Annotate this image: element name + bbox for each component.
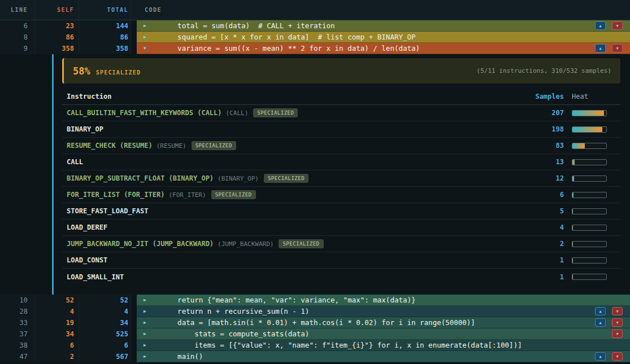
jump-down-button[interactable]: ▼ [612,307,623,315]
line-number: 37 [0,328,35,340]
heat-bar-track [572,143,607,149]
specialized-percent: 58% [73,65,90,77]
total-samples: 358 [79,43,131,54]
th-heat: Heat [571,93,620,100]
instruction-table-body: CALL_BUILTIN_FAST_WITH_KEYWORDS (CALL)(C… [62,105,620,285]
instruction-row: FOR_ITER_LIST (FOR_ITER)(FOR_ITER)SPECIA… [62,187,620,203]
base-instruction: (RESUME) [157,142,186,150]
heat-bar-fill [572,111,604,116]
instruction-row: BINARY_OP198 [62,121,620,138]
code-text: return {"mean": mean, "var": variance, "… [160,296,623,304]
code-line-row[interactable]: 623144▶ total = sum(data) # CALL + itera… [0,20,630,32]
specialization-meta: (5/11 instructions, 310/532 samples) [477,67,611,74]
instruction-row: CALL13 [62,154,620,170]
instruction-samples: 2 [522,240,571,248]
code-text: total = sum(data) # CALL + iteration [160,21,595,30]
code-line-row[interactable]: 88686▶ squared = [x * x for x in data] #… [0,32,630,43]
total-samples: 52 [79,295,131,306]
heat-bar-fill [572,127,602,132]
expand-icon[interactable]: ▶ [137,23,160,28]
instruction-name: STORE_FAST_LOAD_FAST [67,207,522,215]
expand-icon[interactable]: ▶ [137,34,160,40]
heat-bar-track [572,126,607,133]
collapse-icon[interactable]: ▼ [137,46,160,51]
instruction-samples: 198 [522,125,571,133]
base-instruction: (BINARY_OP) [218,175,259,182]
expand-icon[interactable]: ▶ [137,297,160,302]
th-instruction: Instruction [67,93,522,100]
code-line-row[interactable]: 3734525▶ stats = compute_stats(data)▼ [0,328,630,340]
expand-icon[interactable]: ▶ [137,343,160,348]
heat-cell [571,143,620,149]
heat-bar-fill [572,143,585,148]
line-number: 9 [0,43,35,54]
code-line-row[interactable]: 472567▶ main()▲▼ [0,351,630,362]
expand-icon[interactable]: ▶ [137,354,160,359]
total-samples: 86 [79,32,131,43]
instruction-row: BINARY_OP_SUBTRACT_FLOAT (BINARY_OP)(BIN… [62,170,620,187]
self-samples: 23 [35,20,79,32]
jump-down-button[interactable]: ▼ [612,330,623,338]
instruction-name: BINARY_OP_SUBTRACT_FLOAT (BINARY_OP)(BIN… [67,174,522,183]
instruction-samples: 1 [522,273,571,281]
jump-down-button[interactable]: ▼ [612,318,623,327]
code-line-row[interactable]: 105252▶ return {"mean": mean, "var": var… [0,295,630,306]
heat-cell [571,225,620,231]
heat-bar-track [572,241,607,247]
specialized-badge: SPECIALIZED [192,141,236,150]
line-number: 10 [0,295,35,306]
code-cell[interactable]: ▶ main()▲▼ [137,351,630,362]
heat-bar-fill [572,209,573,214]
jump-up-button[interactable]: ▲ [595,21,606,30]
heat-bar-track [572,274,607,280]
jump-down-button[interactable]: ▼ [612,44,623,52]
jump-down-button[interactable]: ▼ [612,21,623,30]
code-cell[interactable]: ▶ stats = compute_stats(data)▼ [137,328,630,340]
code-cell[interactable]: ▶ return {"mean": mean, "var": variance,… [137,295,630,306]
jump-up-button[interactable]: ▲ [595,307,606,315]
heat-bar-fill [572,242,573,247]
code-cell[interactable]: ▶ return n + recursive_sum(n - 1)▲▼ [137,306,630,317]
code-cell[interactable]: ▼ variance = sum((x - mean) ** 2 for x i… [137,43,630,54]
heat-cell [571,126,620,133]
code-cell[interactable]: ▶ total = sum(data) # CALL + iteration▲▼ [137,20,630,32]
self-samples: 19 [35,317,79,328]
instruction-samples: 5 [522,207,571,215]
col-header-line: LINE [0,0,35,20]
code-cell[interactable]: ▶ items = [{"value": x, "name": f"item_{… [137,340,630,351]
self-samples: 6 [35,340,79,351]
jump-down-button[interactable]: ▼ [612,352,623,361]
instruction-row: LOAD_SMALL_INT1 [62,269,620,285]
heat-cell [571,208,620,214]
specialized-badge: SPECIALIZED [211,190,256,199]
col-header-self: SELF [35,0,79,20]
instruction-samples: 4 [522,223,571,231]
code-line-row[interactable]: 2844▶ return n + recursive_sum(n - 1)▲▼ [0,306,630,317]
code-cell[interactable]: ▶ data = [math.sin(i * 0.01) + math.cos(… [137,317,630,328]
code-text: data = [math.sin(i * 0.01) + math.cos(i … [160,318,595,327]
base-instruction: (CALL) [226,109,249,117]
heat-cell [571,257,620,264]
jump-up-button[interactable]: ▲ [595,318,606,327]
jump-up-button[interactable]: ▲ [595,44,606,52]
instruction-name: CALL_BUILTIN_FAST_WITH_KEYWORDS (CALL)(C… [67,108,522,117]
code-cell[interactable]: ▶ squared = [x * x for x in data] # list… [137,32,630,43]
jump-up-button[interactable]: ▲ [595,352,606,361]
code-line-row[interactable]: 3866▶ items = [{"value": x, "name": f"it… [0,340,630,351]
heat-cell [571,241,620,247]
code-line-row[interactable]: 9358358▼ variance = sum((x - mean) ** 2 … [0,43,630,54]
expand-icon[interactable]: ▶ [137,320,160,325]
heat-cell [571,159,620,165]
line-number: 33 [0,317,35,328]
code-text: variance = sum((x - mean) ** 2 for x in … [160,44,595,52]
instruction-name: BINARY_OP [67,125,522,133]
instruction-name: CALL [67,158,522,166]
heat-cell [571,192,620,198]
instruction-samples: 13 [522,158,571,166]
expand-icon[interactable]: ▶ [137,331,160,336]
total-samples: 34 [79,317,131,328]
instruction-row: LOAD_DEREF4 [62,220,620,236]
expand-icon[interactable]: ▶ [137,309,160,314]
code-line-row[interactable]: 331934▶ data = [math.sin(i * 0.01) + mat… [0,317,630,328]
total-samples: 4 [79,306,131,317]
